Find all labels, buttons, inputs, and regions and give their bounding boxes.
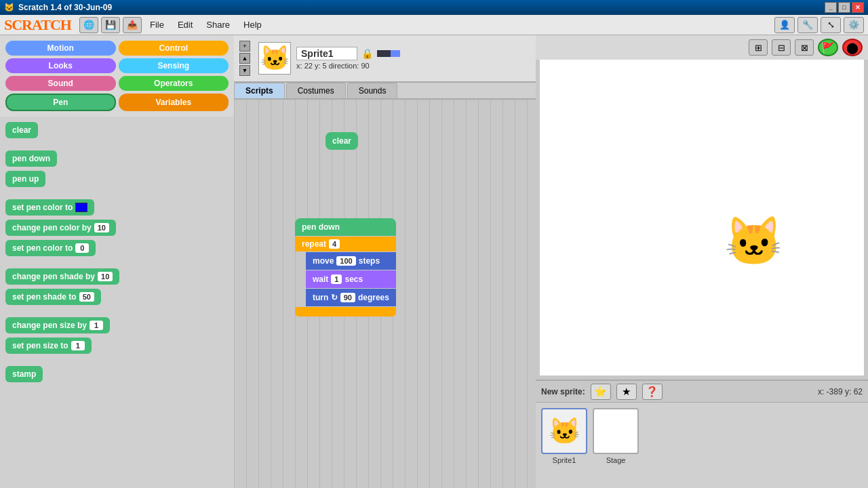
file-menu[interactable]: File (144, 18, 170, 31)
sprite-name-row: Sprite1 🔒 (296, 47, 400, 60)
titlebar: 🐱 Scratch 1.4 of 30-Jun-09 _ □ ✕ (0, 0, 868, 15)
x-value: 22 (304, 62, 313, 70)
tab-sounds[interactable]: Sounds (347, 83, 398, 98)
expand-button[interactable]: + (239, 41, 250, 52)
sprite-coords: x: 22 y: 5 direction: 90 (296, 62, 400, 70)
set-pen-shade-value: 50 (79, 292, 94, 302)
repeat-label: repeat (302, 239, 326, 249)
repeat-end (295, 307, 396, 317)
settings-button[interactable]: ⚙️ (844, 17, 864, 33)
stage-cat-sprite: 🐱 (724, 218, 783, 265)
blocks-list: clear pen down pen up set pen color to c… (0, 117, 234, 488)
dir-value: 90 (361, 62, 369, 70)
titlebar-title: Scratch 1.4 of 30-Jun-09 (18, 3, 112, 12)
category-buttons: Motion Control Looks Sensing Sound Opera… (0, 35, 234, 117)
set-pen-color-num-value: 0 (75, 243, 89, 253)
globe-icon-button[interactable]: 🌐 (79, 17, 98, 33)
block-change-pen-shade-by[interactable]: change pen shade by 10 (5, 268, 119, 285)
category-variables[interactable]: Variables (119, 94, 229, 111)
canvas-script: pen down repeat 4 move 100 steps wait 1 … (295, 218, 396, 317)
canvas-repeat[interactable]: repeat 4 (295, 237, 396, 251)
script-canvas[interactable]: clear pen down repeat 4 move 100 steps w… (234, 100, 536, 488)
app-icon: 🐱 (4, 3, 14, 12)
change-pen-shade-value: 10 (98, 272, 113, 281)
block-stamp[interactable]: stamp (5, 366, 43, 382)
stage-viewport[interactable]: 🐱 (540, 60, 864, 375)
edit-menu[interactable]: Edit (172, 18, 198, 31)
view-mode-2[interactable]: ⊟ (772, 39, 791, 56)
sprite1-label: Sprite1 (553, 456, 576, 464)
view-mode-1[interactable]: ⊞ (749, 39, 768, 56)
block-change-pen-size-by[interactable]: change pen size by 1 (5, 317, 110, 333)
color-swatch (75, 203, 87, 212)
block-clear[interactable]: clear (5, 122, 38, 138)
canvas-clear-block[interactable]: clear (326, 132, 358, 150)
nav-down-button[interactable]: ▼ (239, 65, 250, 76)
block-palette-panel: Motion Control Looks Sensing Sound Opera… (0, 35, 234, 488)
canvas-turn[interactable]: turn ↻ 90 degrees (306, 289, 396, 306)
turn-value: 90 (340, 293, 355, 302)
help-menu[interactable]: Help (238, 18, 267, 31)
sprite1-cat-icon: 🐱 (549, 416, 580, 446)
block-set-pen-shade-to[interactable]: set pen shade to 50 (5, 289, 101, 305)
category-pen[interactable]: Pen (5, 94, 116, 111)
stage-label: Stage (606, 456, 626, 464)
green-flag-button[interactable]: 🚩 (818, 39, 838, 56)
canvas-move[interactable]: move 100 steps (306, 252, 396, 270)
scratch-logo: SCRATCH (4, 16, 71, 34)
category-sensing[interactable]: Sensing (119, 58, 229, 73)
block-set-pen-color-to-num[interactable]: set pen color to 0 (5, 240, 96, 256)
canvas-wait[interactable]: wait 1 secs (306, 270, 396, 288)
tab-costumes[interactable]: Costumes (286, 83, 346, 98)
direction-bar (377, 50, 400, 57)
stamp-sprite-button[interactable]: ★ (616, 384, 637, 400)
save-icon-button[interactable]: 💾 (101, 17, 120, 33)
maximize-button[interactable]: □ (838, 2, 850, 13)
share-menu[interactable]: Share (201, 18, 235, 31)
paint-sprite-button[interactable]: ⭐ (591, 384, 611, 400)
block-pen-up[interactable]: pen up (5, 171, 45, 187)
move-value: 100 (336, 256, 355, 266)
block-set-pen-color-to-swatch[interactable]: set pen color to (5, 199, 94, 216)
category-control[interactable]: Control (119, 41, 229, 56)
canvas-pen-down[interactable]: pen down (295, 218, 396, 236)
hand-tool-button[interactable]: 🔧 (797, 17, 818, 33)
nav-up-button[interactable]: ▲ (239, 53, 250, 64)
minimize-button[interactable]: _ (825, 2, 837, 13)
tab-scripts[interactable]: Scripts (234, 83, 285, 98)
sprite-name-input[interactable]: Sprite1 (296, 47, 357, 60)
block-pen-down[interactable]: pen down (5, 150, 57, 167)
close-button[interactable]: ✕ (852, 2, 864, 13)
user-icon-button[interactable]: 👤 (774, 17, 795, 33)
share-icon-button[interactable]: 📤 (123, 17, 142, 33)
stage-coords-display: x: -389 y: 62 (818, 387, 863, 396)
surprise-sprite-button[interactable]: ❓ (642, 384, 663, 400)
titlebar-left: 🐱 Scratch 1.4 of 30-Jun-09 (4, 3, 112, 12)
category-operators[interactable]: Operators (119, 76, 229, 91)
category-motion[interactable]: Motion (5, 41, 116, 56)
y-label: y: (315, 62, 323, 70)
block-change-pen-color-by[interactable]: change pen color by 10 (5, 220, 116, 236)
sprite-item-sprite1[interactable]: 🐱 Sprite1 (541, 408, 587, 464)
category-sound[interactable]: Sound (5, 76, 116, 91)
view-mode-3[interactable]: ⊠ (795, 39, 814, 56)
stage-thumbnail (593, 408, 639, 454)
change-pen-size-value: 1 (90, 321, 103, 330)
stop-button[interactable]: ⬤ (842, 39, 863, 56)
block-set-pen-size-to[interactable]: set pen size to 1 (5, 338, 92, 354)
sprite-nav: + ▲ ▼ (239, 41, 250, 76)
sprite-thumbnail: 🐱 (258, 42, 291, 75)
repeat-value: 4 (329, 239, 340, 249)
y-value: 5 (323, 62, 327, 70)
sprite-header: + ▲ ▼ 🐱 Sprite1 🔒 x: 22 y: 5 (234, 35, 536, 83)
change-pen-color-value: 10 (94, 223, 109, 232)
sprite-item-stage[interactable]: Stage (593, 408, 639, 464)
toolbar-right: 👤 🔧 ⤡ ⚙️ (774, 17, 864, 33)
lock-icon: 🔒 (361, 48, 373, 59)
stage-controls: ⊞ ⊟ ⊠ 🚩 ⬤ (536, 35, 868, 60)
x-label: x: (296, 62, 304, 70)
new-sprite-label: New sprite: (541, 387, 585, 396)
script-tabs: Scripts Costumes Sounds (234, 83, 536, 100)
fullscreen-button[interactable]: ⤡ (821, 17, 841, 33)
category-looks[interactable]: Looks (5, 58, 116, 73)
